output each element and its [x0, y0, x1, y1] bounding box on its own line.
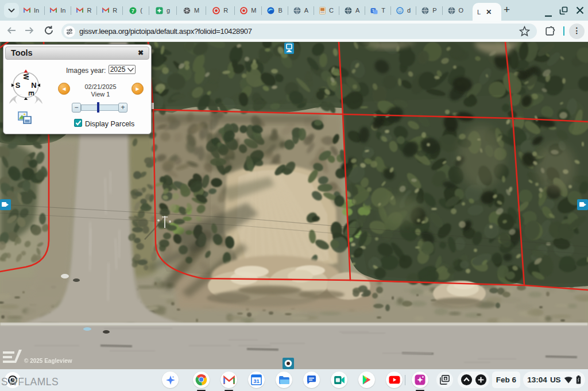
- svg-text:7: 7: [131, 7, 134, 13]
- svg-text:E: E: [27, 91, 35, 96]
- svg-text:T: T: [372, 9, 374, 13]
- svg-text:N: N: [31, 81, 36, 90]
- svg-text:W: W: [22, 73, 30, 80]
- svg-text:© 2025 Eagleview: © 2025 Eagleview: [24, 358, 72, 364]
- svg-text:31: 31: [253, 378, 260, 384]
- svg-text:S: S: [16, 81, 21, 90]
